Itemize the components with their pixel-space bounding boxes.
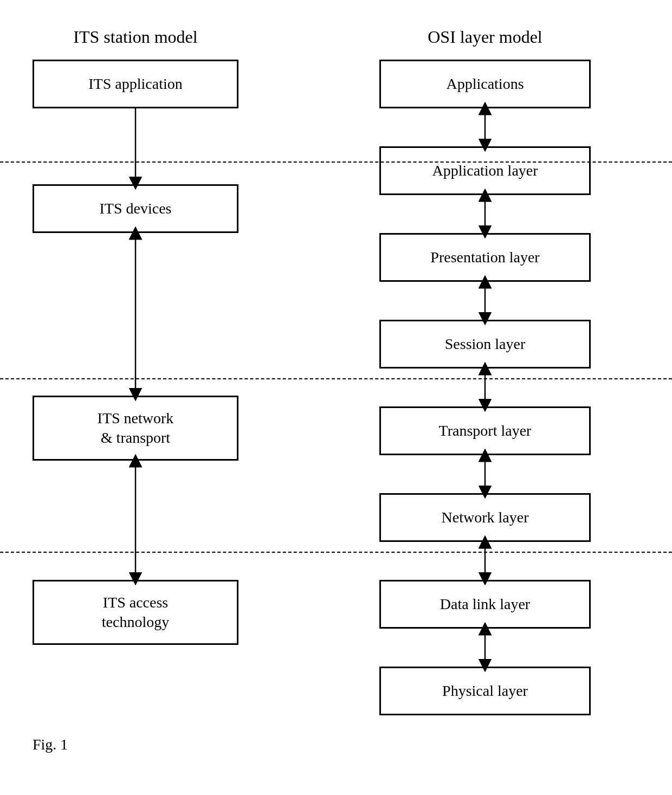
box-presentation-layer: Presentation layer [379,233,591,282]
fig-label: Fig. 1 [33,736,68,753]
dashed-line-2 [0,378,672,379]
box-application-layer: Application layer [379,146,591,195]
title-right: OSI layer model [379,27,591,47]
diagram: ITS station model OSI layer model ITS ap… [0,16,672,775]
box-its-application: ITS application [33,60,238,108]
box-its-access: ITS access technology [33,580,238,645]
title-left: ITS station model [33,27,238,47]
box-its-network: ITS network & transport [33,396,238,461]
box-its-devices: ITS devices [33,184,238,233]
dashed-line-1 [0,161,672,163]
box-physical-layer: Physical layer [379,667,591,715]
box-session-layer: Session layer [379,320,591,369]
box-applications: Applications [379,60,591,108]
box-transport-layer: Transport layer [379,406,591,455]
dashed-line-3 [0,552,672,553]
box-data-link-layer: Data link layer [379,580,591,629]
box-network-layer: Network layer [379,493,591,542]
